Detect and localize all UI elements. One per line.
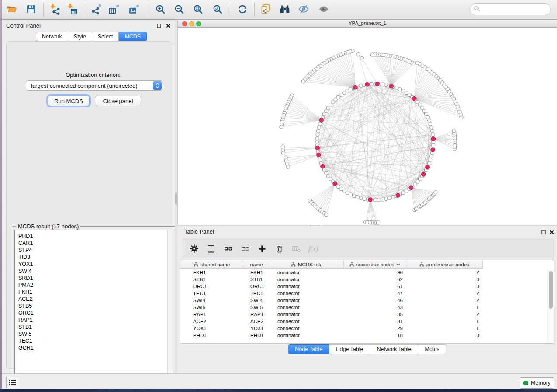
result-scrollbar[interactable] xyxy=(167,230,173,386)
network-node[interactable] xyxy=(352,194,356,198)
network-node[interactable] xyxy=(381,83,384,86)
column-header-name[interactable]: name xyxy=(243,260,270,269)
network-node[interactable] xyxy=(359,84,363,87)
network-node[interactable] xyxy=(356,195,359,199)
search-box[interactable] xyxy=(470,3,551,15)
table-row[interactable]: SWI4SWI4dominator462 xyxy=(180,297,547,304)
network-node[interactable] xyxy=(363,197,366,201)
network-node[interactable] xyxy=(395,86,398,89)
network-node[interactable] xyxy=(317,126,321,129)
table-row[interactable]: ORC1ORC1dominator610 xyxy=(180,283,547,290)
network-node-selected[interactable] xyxy=(365,83,370,87)
network-node[interactable] xyxy=(301,80,305,83)
network-node[interactable] xyxy=(318,122,322,126)
column-selector-button[interactable] xyxy=(206,244,216,254)
network-node-selected[interactable] xyxy=(412,96,416,101)
network-node-selected[interactable] xyxy=(315,146,320,150)
zoom-fit-button[interactable] xyxy=(190,2,206,18)
network-node[interactable] xyxy=(280,125,283,129)
import-table-button[interactable] xyxy=(64,2,80,18)
mcds-result-list[interactable]: PHD1CAR1STP4TID3YOX1SWI4SRD1PMA2FKH1ACE2… xyxy=(14,230,173,386)
network-node[interactable] xyxy=(346,89,349,93)
table-row[interactable]: PHD1PHD1dominator180 xyxy=(180,332,547,339)
memory-button[interactable]: Memory xyxy=(520,377,554,389)
show-all-button[interactable] xyxy=(316,2,332,18)
network-window-titlebar[interactable]: YPA_prune.txt_1 xyxy=(177,20,557,28)
network-node-selected[interactable] xyxy=(333,182,337,186)
table-row[interactable]: SWI5SWI5connector431 xyxy=(180,304,547,311)
network-node[interactable] xyxy=(431,129,434,133)
tab-style[interactable]: Style xyxy=(68,32,92,41)
network-node[interactable] xyxy=(398,88,402,91)
table-row[interactable]: STB1STB1dominator620 xyxy=(180,276,547,283)
criterion-select[interactable]: largest connected component (undirected) xyxy=(26,80,163,91)
tab-edge-table[interactable]: Edge Table xyxy=(329,344,370,354)
zoom-out-button[interactable] xyxy=(171,2,187,18)
network-view-canvas[interactable] xyxy=(177,28,557,225)
tab-motifs[interactable]: Motifs xyxy=(418,344,446,354)
tab-node-table[interactable]: Node Table xyxy=(288,344,329,354)
network-node[interactable] xyxy=(349,193,352,196)
network-node-selected[interactable] xyxy=(375,82,380,86)
network-node[interactable] xyxy=(426,115,429,119)
network-node[interactable] xyxy=(325,213,328,217)
hide-selected-button[interactable] xyxy=(296,2,311,18)
tab-mcds[interactable]: MCDS xyxy=(119,32,147,41)
run-mcds-button[interactable]: Run MCDS xyxy=(48,96,90,106)
network-node-selected[interactable] xyxy=(317,153,321,157)
network-node[interactable] xyxy=(286,165,290,168)
network-node[interactable] xyxy=(401,191,405,194)
network-node-selected[interactable] xyxy=(353,85,358,89)
network-node[interactable] xyxy=(432,144,435,147)
network-node[interactable] xyxy=(452,129,456,133)
network-node[interactable] xyxy=(428,162,431,165)
table-settings-button[interactable] xyxy=(189,244,199,254)
network-node[interactable] xyxy=(360,56,364,60)
network-node-selected[interactable] xyxy=(319,118,324,122)
export-network-button[interactable] xyxy=(89,2,104,18)
open-button[interactable] xyxy=(4,2,20,18)
network-node[interactable] xyxy=(370,53,374,56)
column-header-MCDS-role[interactable]: MCDS role xyxy=(270,260,344,269)
network-node-selected[interactable] xyxy=(396,193,400,198)
network-node[interactable] xyxy=(374,198,377,202)
select-all-button[interactable] xyxy=(223,244,233,254)
network-node-selected[interactable] xyxy=(321,164,325,168)
network-node[interactable] xyxy=(356,53,360,56)
close-panel-button[interactable]: Close panel xyxy=(95,96,141,106)
network-node[interactable] xyxy=(377,198,381,202)
network-node[interactable] xyxy=(315,137,319,140)
delete-selected-button[interactable] xyxy=(274,244,284,254)
network-node[interactable] xyxy=(384,83,388,86)
column-header-predecessor-nodes[interactable]: predecessor nodes xyxy=(406,260,483,269)
network-node[interactable] xyxy=(281,145,284,148)
network-node-selected[interactable] xyxy=(409,186,413,190)
column-header-shared-name[interactable]: shared name xyxy=(180,260,243,269)
table-row[interactable]: FKH1FKH1dominator962 xyxy=(180,269,547,276)
network-node[interactable] xyxy=(428,119,431,122)
table-row[interactable]: RAP1RAP1dominator352 xyxy=(180,311,547,318)
network-node-selected[interactable] xyxy=(431,137,436,141)
network-node-selected[interactable] xyxy=(368,198,373,202)
network-node[interactable] xyxy=(376,221,380,224)
network-node[interactable] xyxy=(434,191,437,194)
network-node[interactable] xyxy=(370,82,374,86)
export-table-button[interactable] xyxy=(106,2,122,18)
network-node[interactable] xyxy=(429,158,432,162)
close-panel-icon[interactable] xyxy=(549,229,554,235)
network-node[interactable] xyxy=(391,195,395,199)
save-button[interactable] xyxy=(23,2,39,18)
first-neighbors-button[interactable] xyxy=(277,2,293,18)
panel-list-button[interactable] xyxy=(6,377,18,388)
network-node[interactable] xyxy=(429,122,432,126)
table-row[interactable]: TEC1TEC1connector472 xyxy=(180,290,547,297)
float-panel-icon[interactable] xyxy=(156,23,162,28)
network-node-selected[interactable] xyxy=(431,148,435,152)
network-node[interactable] xyxy=(349,88,352,91)
network-node[interactable] xyxy=(316,133,319,136)
network-node[interactable] xyxy=(430,126,433,129)
network-node[interactable] xyxy=(384,197,388,201)
float-panel-icon[interactable] xyxy=(540,229,546,235)
network-node[interactable] xyxy=(316,129,320,133)
table-row[interactable]: ACE2ACE2connector311 xyxy=(180,318,547,325)
